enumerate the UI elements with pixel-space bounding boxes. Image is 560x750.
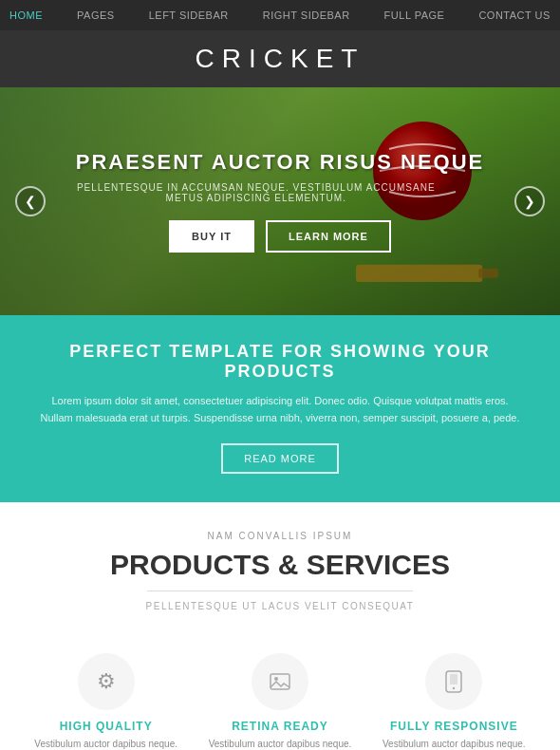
svg-rect-7 (450, 674, 457, 684)
retina-ready-icon (252, 653, 308, 710)
teal-band-body: Lorem ipsum dolor sit amet, consectetuer… (38, 393, 522, 426)
features-row: ⚙ HIGH QUALITY Vestibulum auctor dapibus… (0, 644, 560, 750)
cricket-bat-image (342, 249, 513, 296)
fully-responsive-icon (425, 653, 482, 710)
hero-subtext: PELLENTESQUE IN ACCUMSAN NEQUE. VESTIBUL… (76, 182, 437, 203)
buy-it-button[interactable]: BUY IT (169, 220, 254, 253)
feature-fully-responsive: FULLY RESPONSIVE Vestibulum auctor dapib… (367, 653, 541, 749)
feature-high-quality: ⚙ HIGH QUALITY Vestibulum auctor dapibus… (19, 653, 193, 749)
site-title: CRICKET (0, 44, 560, 74)
feature-high-quality-desc: Vestibulum auctor dapibus neque. (19, 739, 193, 749)
logo-bar: CRICKET (0, 30, 560, 87)
feature-retina-title: RETINA READY (193, 720, 366, 733)
nav-contact[interactable]: CONTACT US (478, 9, 551, 21)
left-arrow-icon: ❮ (25, 194, 36, 209)
feature-retina-ready: RETINA READY Vestibulum auctor dapibus n… (193, 653, 366, 749)
teal-band-heading: PERFECT TEMPLATE FOR SHOWING YOUR PRODUC… (38, 342, 522, 382)
teal-promo-band: PERFECT TEMPLATE FOR SHOWING YOUR PRODUC… (0, 315, 560, 502)
learn-more-button[interactable]: LEARN MORE (266, 220, 391, 253)
products-sub-label: NAM CONVALLIS IPSUM (19, 531, 541, 541)
right-arrow-icon: ❯ (524, 194, 535, 209)
nav-right-sidebar[interactable]: RIGHT SIDEBAR (263, 9, 350, 21)
nav-left-sidebar[interactable]: LEFT SIDEBAR (149, 9, 229, 21)
nav-home[interactable]: HOME (9, 9, 43, 21)
hero-content: PRAESENT AUCTOR RISUS NEQUE PELLENTESQUE… (76, 150, 485, 253)
feature-responsive-title: FULLY RESPONSIVE (367, 720, 541, 733)
products-sub-desc: PELLENTESQUE UT LACUS VELIT CONSEQUAT (19, 601, 541, 611)
svg-rect-1 (356, 265, 482, 282)
high-quality-icon: ⚙ (78, 653, 135, 710)
hero-heading: PRAESENT AUCTOR RISUS NEQUE (76, 150, 485, 175)
svg-point-4 (274, 677, 278, 681)
hero-next-button[interactable]: ❯ (514, 186, 545, 216)
feature-responsive-desc: Vestibulum auctor dapibus neque. (367, 739, 541, 749)
read-more-button[interactable]: READ MORE (221, 443, 339, 474)
hero-prev-button[interactable]: ❮ (15, 186, 46, 216)
hero-section: PRAESENT AUCTOR RISUS NEQUE PELLENTESQUE… (0, 87, 560, 315)
products-section: NAM CONVALLIS IPSUM PRODUCTS & SERVICES … (0, 502, 560, 644)
feature-high-quality-title: HIGH QUALITY (19, 720, 193, 733)
image-icon (269, 670, 291, 693)
feature-retina-desc: Vestibulum auctor dapibus neque. (193, 739, 366, 749)
mobile-icon (444, 670, 463, 693)
hero-buttons: BUY IT LEARN MORE (76, 220, 485, 253)
products-divider (147, 591, 413, 591)
svg-point-6 (453, 687, 455, 689)
nav-full-page[interactable]: FULL PAGE (384, 9, 445, 21)
products-heading: PRODUCTS & SERVICES (19, 549, 541, 581)
svg-rect-3 (271, 674, 289, 689)
svg-rect-2 (478, 269, 498, 278)
nav-pages[interactable]: PAGES (77, 9, 115, 21)
main-nav: HOME PAGES LEFT SIDEBAR RIGHT SIDEBAR FU… (0, 0, 560, 30)
gear-icon: ⚙ (97, 669, 116, 694)
